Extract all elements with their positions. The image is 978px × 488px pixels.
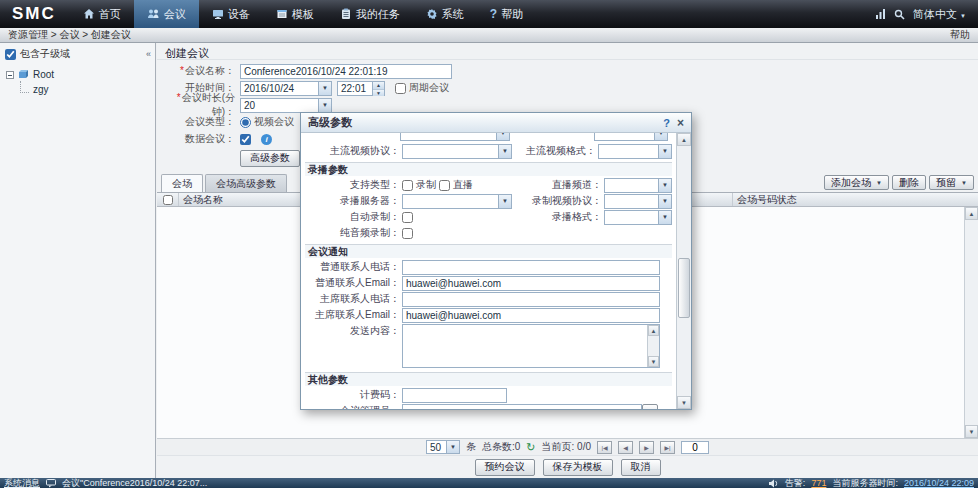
start-date-picker[interactable]: 2016/10/24	[240, 81, 332, 96]
scroll-down-icon[interactable]	[648, 356, 659, 367]
clipped-select[interactable]	[594, 133, 668, 141]
video-format-select[interactable]	[598, 144, 672, 159]
chair-phone-input[interactable]	[402, 292, 660, 307]
refresh-icon[interactable]	[526, 441, 535, 454]
chair-email-input[interactable]	[402, 308, 660, 323]
chevron-down-icon[interactable]	[658, 145, 671, 158]
chevron-down-icon[interactable]	[498, 195, 511, 208]
record-checkbox[interactable]	[402, 180, 413, 191]
info-icon[interactable]	[261, 134, 272, 145]
nav-conference[interactable]: 会议	[134, 0, 199, 28]
nav-system[interactable]: 系统	[413, 0, 477, 28]
nav-help[interactable]: ? 帮助	[477, 0, 536, 28]
chevron-down-icon[interactable]	[496, 133, 509, 140]
nav-template[interactable]: 模板	[263, 0, 327, 28]
tab-site[interactable]: 会场	[161, 174, 203, 192]
delete-site-button[interactable]: 删除	[892, 175, 926, 190]
template-icon	[276, 8, 288, 20]
pager-prev-button[interactable]	[618, 441, 633, 454]
scroll-up-icon[interactable]	[965, 207, 978, 220]
clipped-select[interactable]	[400, 133, 510, 141]
tree-node-zgy[interactable]: zgy	[6, 82, 149, 97]
dialog-help-icon[interactable]: ?	[663, 117, 670, 129]
billing-code-input[interactable]	[402, 388, 507, 403]
save-as-template-button[interactable]: 保存为模板	[543, 459, 613, 476]
table-scrollbar[interactable]	[964, 207, 978, 438]
browse-admin-button[interactable]: ...	[642, 404, 658, 410]
live-checkbox[interactable]	[439, 180, 450, 191]
select-all-checkbox[interactable]	[163, 195, 173, 205]
scroll-down-icon[interactable]	[965, 425, 978, 438]
domain-tree: Root zgy	[0, 64, 155, 100]
chair-phone-label: 主席联系人电话：	[305, 292, 400, 306]
system-message-link[interactable]: 系统消息	[4, 478, 40, 488]
chevron-down-icon[interactable]	[446, 441, 459, 453]
tree-expander-icon[interactable]	[6, 71, 14, 79]
message-icon	[46, 479, 56, 488]
reserve-button[interactable]: 预留	[929, 175, 974, 190]
pager-next-button[interactable]	[639, 441, 654, 454]
dialog-titlebar: 高级参数 ? ×	[301, 113, 691, 133]
advanced-params-button[interactable]: 高级参数	[240, 150, 300, 167]
page-size-select[interactable]: 50	[426, 440, 460, 454]
page-number-input[interactable]	[681, 441, 709, 454]
cancel-button[interactable]: 取消	[621, 459, 661, 476]
chevron-down-icon[interactable]	[654, 133, 667, 140]
time-spinner-icon[interactable]	[372, 82, 384, 95]
search-icon[interactable]	[894, 9, 905, 20]
language-select[interactable]: 简体中文	[913, 7, 966, 22]
scroll-down-icon[interactable]	[677, 396, 691, 409]
pager-last-button[interactable]	[660, 441, 675, 454]
sidebar-collapse-icon[interactable]	[146, 49, 151, 59]
alarm-label: 告警:	[785, 478, 806, 488]
duration-select[interactable]: 20	[240, 98, 332, 113]
app-logo: SMC	[0, 0, 70, 28]
add-site-button[interactable]: 添加会场	[824, 175, 889, 190]
dialog-scrollbar[interactable]	[676, 133, 691, 409]
record-protocol-select[interactable]	[604, 194, 672, 209]
cycle-conference-checkbox[interactable]	[395, 83, 406, 94]
signal-icon	[876, 9, 886, 19]
close-icon[interactable]: ×	[677, 116, 684, 130]
server-time-value[interactable]: 2016/10/24 22:09	[904, 478, 974, 488]
nav-home[interactable]: 首页	[70, 0, 134, 28]
chevron-down-icon[interactable]	[658, 195, 671, 208]
tab-site-advanced[interactable]: 会场高级参数	[205, 174, 287, 192]
calendar-dropdown-icon[interactable]	[318, 82, 331, 95]
auto-record-checkbox[interactable]	[402, 212, 413, 223]
scrollbar-thumb[interactable]	[678, 258, 690, 318]
start-time-spinner[interactable]: 22:01	[337, 81, 385, 96]
chevron-down-icon[interactable]	[658, 179, 671, 192]
nav-device[interactable]: 设备	[199, 0, 263, 28]
chevron-down-icon[interactable]	[658, 211, 671, 224]
contact-email-input[interactable]	[402, 276, 660, 291]
include-subdomain-checkbox[interactable]	[5, 49, 16, 60]
section-notify: 会议通知	[305, 244, 672, 258]
chevron-down-icon[interactable]	[498, 145, 511, 158]
pager-first-button[interactable]	[597, 441, 612, 454]
conference-name-input[interactable]	[240, 64, 452, 79]
tree-connector	[20, 81, 29, 93]
nav-my-tasks[interactable]: 我的任务	[327, 0, 413, 28]
chevron-down-icon[interactable]	[318, 99, 331, 112]
schedule-conference-button[interactable]: 预约会议	[475, 459, 535, 476]
record-format-select[interactable]	[604, 210, 672, 225]
video-protocol-select[interactable]	[402, 144, 512, 159]
textarea-scrollbar[interactable]	[647, 325, 659, 367]
live-channel-select[interactable]	[604, 178, 672, 193]
audio-only-checkbox[interactable]	[402, 228, 413, 239]
include-subdomain-label: 包含子级域	[20, 47, 70, 61]
contact-phone-input[interactable]	[402, 260, 660, 275]
conference-admin-input[interactable]	[402, 404, 642, 410]
speaker-icon[interactable]	[769, 479, 779, 488]
scroll-up-icon[interactable]	[677, 133, 691, 146]
alarm-count[interactable]: 771	[811, 478, 826, 488]
data-conference-checkbox[interactable]	[240, 134, 251, 145]
send-content-textarea[interactable]	[402, 324, 660, 368]
scroll-up-icon[interactable]	[648, 325, 659, 336]
status-message[interactable]: 会议"Conference2016/10/24 22:07...	[62, 478, 207, 488]
recording-server-select[interactable]	[402, 194, 512, 209]
help-link[interactable]: 帮助	[950, 28, 970, 42]
domain-icon	[18, 69, 29, 80]
video-conference-radio[interactable]	[240, 117, 251, 128]
